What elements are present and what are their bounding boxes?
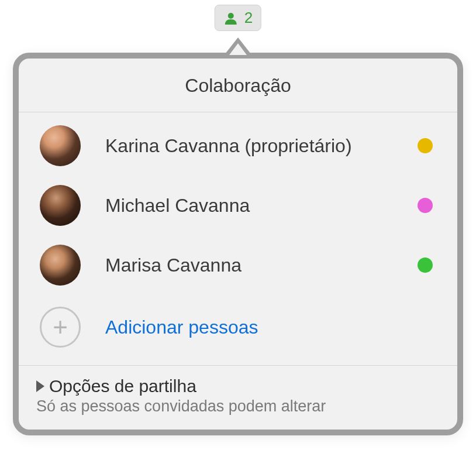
add-people-button[interactable]: + Adicionar pessoas (19, 295, 457, 365)
popover-title: Colaboração (19, 75, 457, 97)
popover-arrow (225, 37, 251, 54)
participant-count: 2 (244, 9, 253, 27)
svg-point-0 (228, 13, 234, 19)
share-options-toggle[interactable]: Opções de partilha Só as pessoas convida… (19, 365, 457, 430)
participant-name: Michael Cavanna (105, 195, 393, 217)
collaboration-popover: Colaboração Karina Cavanna (proprietário… (13, 37, 463, 435)
presence-dot (418, 198, 433, 213)
add-people-label: Adicionar pessoas (105, 317, 258, 338)
collaboration-trigger-button[interactable]: 2 (215, 5, 261, 31)
avatar (40, 125, 81, 166)
presence-dot (418, 138, 433, 153)
participants-list: Karina Cavanna (proprietário) Michael Ca… (19, 112, 457, 365)
participant-row[interactable]: Marisa Cavanna (19, 235, 457, 295)
plus-icon: + (40, 307, 81, 348)
popover-body: Colaboração Karina Cavanna (proprietário… (13, 53, 463, 435)
presence-dot (418, 257, 433, 273)
avatar (40, 245, 81, 286)
person-icon (223, 11, 239, 26)
avatar (40, 185, 81, 226)
share-options-header: Opções de partilha (36, 376, 440, 396)
participant-name: Marisa Cavanna (105, 255, 393, 276)
popover-header: Colaboração (19, 59, 457, 112)
share-options-subtitle: Só as pessoas convidadas podem alterar (36, 397, 440, 416)
participant-name: Karina Cavanna (proprietário) (105, 135, 393, 157)
disclosure-triangle-icon (36, 380, 44, 392)
participant-row[interactable]: Michael Cavanna (19, 176, 457, 235)
share-options-title: Opções de partilha (49, 376, 196, 396)
participant-row-owner[interactable]: Karina Cavanna (proprietário) (19, 116, 457, 176)
